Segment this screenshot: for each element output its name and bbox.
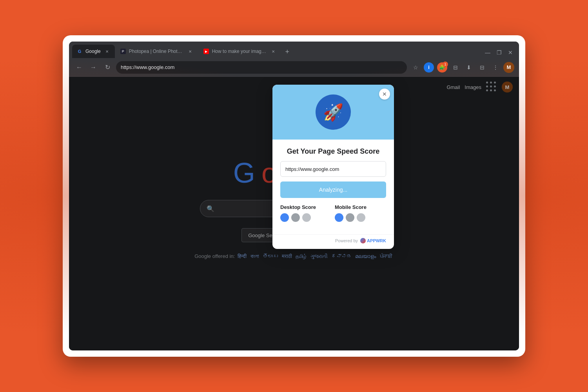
desktop-score-label: Desktop Score [280,204,332,210]
mobile-score-label: Mobile Score [335,204,386,210]
maximize-button[interactable]: ❐ [497,49,502,56]
popup-url-input[interactable] [280,161,386,177]
close-button[interactable]: ✕ [508,49,513,56]
tab-favicon-google: G [77,49,82,54]
extensions-count: 1 [443,62,448,67]
desktop-score-dots [280,213,332,222]
mobile-score-section: Mobile Score [335,204,386,222]
forward-button[interactable]: → [88,62,99,73]
popup-close-button[interactable]: ✕ [379,89,390,100]
url-text: https://www.google.com [121,64,174,70]
window-controls: — ❐ ✕ [485,49,516,58]
tab-bar: G Google ✕ P Photopea | Online Photo Edi… [69,42,519,58]
desktop-dot-2 [291,213,300,222]
desktop-dot-1 [280,213,289,222]
page-speed-popup: 🚀 ✕ Get Your Page Speed Score Analyzing.… [272,85,394,249]
star-icon[interactable]: ☆ [410,62,421,73]
mobile-dot-1 [335,213,343,222]
extensions-badge: 🧩 1 [437,62,447,73]
popup-scores: Desktop Score Mobile Score [280,204,386,222]
page-content: Gmail Images M G o o g l e [69,77,519,350]
popup-footer: Powered by APPWRK [272,234,394,249]
appwrk-logo: APPWRK [360,238,386,243]
rocket-circle: 🚀 [316,94,351,130]
tab-title-google: Google [85,49,101,54]
url-bar[interactable]: https://www.google.com [116,61,407,74]
refresh-button[interactable]: ↻ [102,62,113,73]
desktop-dot-3 [302,213,311,222]
mobile-dot-3 [357,213,365,222]
tab-close-google[interactable]: ✕ [104,48,110,54]
profile-i-avatar: i [424,62,434,73]
browser-window: G Google ✕ P Photopea | Online Photo Edi… [69,42,519,350]
cast-icon[interactable]: ⊟ [450,62,461,73]
tab-close-youtube[interactable]: ✕ [270,48,276,54]
profile-m-icon[interactable]: M [503,62,514,73]
popup-header: 🚀 ✕ [272,85,394,140]
close-icon: ✕ [382,91,387,97]
tab-favicon-youtube: ▶ [203,49,209,54]
profile-m-avatar: M [503,62,514,73]
appwrk-label: APPWRK [367,238,386,243]
tab-photopea[interactable]: P Photopea | Online Photo Editor ✕ [116,45,198,58]
address-bar: ← → ↻ https://www.google.com ☆ i 🧩 1 ⊟ ⬇ [69,58,519,77]
tab-favicon-photopea: P [120,49,126,54]
tab-title-photopea: Photopea | Online Photo Editor [129,49,184,54]
tab-close-photopea[interactable]: ✕ [187,48,193,54]
popup-body: Get Your Page Speed Score Analyzing... D… [272,140,394,234]
toolbar-icons: ☆ i 🧩 1 ⊟ ⬇ ⊟ ⋮ M [410,62,514,73]
rocket-icon: 🚀 [323,103,343,122]
desktop-score-section: Desktop Score [280,204,332,222]
outer-frame: G Google ✕ P Photopea | Online Photo Edi… [63,35,525,357]
minimize-button[interactable]: — [485,49,490,56]
back-button[interactable]: ← [74,62,85,73]
tab-google[interactable]: G Google ✕ [72,45,115,58]
tab-youtube[interactable]: ▶ How to make your image HIGH ✕ [199,45,281,58]
mobile-score-dots [335,213,386,222]
split-icon[interactable]: ⊟ [477,62,488,73]
menu-icon[interactable]: ⋮ [490,62,501,73]
new-tab-button[interactable]: + [282,46,293,57]
download-icon[interactable]: ⬇ [463,62,474,73]
profile-i-icon[interactable]: i [423,62,434,73]
mobile-dot-2 [346,213,354,222]
extensions-icon[interactable]: 🧩 1 [437,62,448,73]
analyze-button[interactable]: Analyzing... [280,181,386,198]
popup-title: Get Your Page Speed Score [280,147,386,156]
tab-title-youtube: How to make your image HIGH [212,49,267,54]
powered-by-text: Powered by [335,238,358,243]
popup-overlay: 🚀 ✕ Get Your Page Speed Score Analyzing.… [69,77,519,350]
appwrk-icon [360,238,366,243]
